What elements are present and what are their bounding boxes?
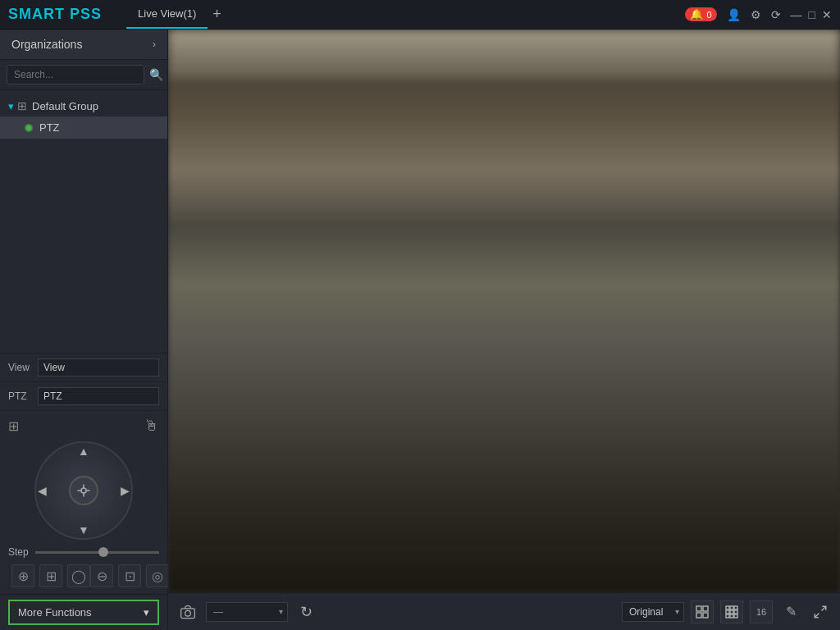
- app-title-pss: PSS: [65, 6, 102, 22]
- tree-expand-arrow: ▾: [8, 100, 14, 112]
- main-layout: Organizations › 🔍 ▾ ⊞ Default Group PTZ …: [0, 30, 840, 630]
- search-bar: 🔍: [0, 60, 167, 90]
- fullscreen-button[interactable]: [809, 600, 832, 623]
- bottom-toolbar: — ▾ ↻ Original HD SD ▾: [168, 592, 840, 630]
- stream-dropdown-wrap: — ▾: [206, 602, 288, 622]
- tab-live-view[interactable]: Live View(1): [126, 0, 208, 29]
- step-label: Step: [8, 546, 29, 558]
- edit-layout-button[interactable]: ✎: [779, 600, 802, 623]
- maximize-button[interactable]: □: [809, 8, 815, 21]
- svg-rect-18: [730, 614, 733, 618]
- tree-default-group[interactable]: ▾ ⊞ Default Group: [0, 95, 167, 116]
- device-tree: ▾ ⊞ Default Group PTZ: [0, 90, 167, 353]
- svg-rect-15: [730, 610, 733, 614]
- svg-rect-5: [181, 608, 195, 618]
- svg-line-20: [822, 606, 826, 610]
- zoom-out-group: ⊖ ⊡ ◎: [90, 564, 169, 587]
- close-button[interactable]: ✕: [822, 8, 832, 21]
- svg-rect-8: [703, 606, 708, 611]
- refresh-feed-button[interactable]: ↻: [294, 600, 317, 623]
- focus-far-icon[interactable]: ⊡: [118, 564, 141, 587]
- more-functions-bar: More Functions ▾: [0, 594, 167, 630]
- search-input[interactable]: [7, 65, 144, 84]
- snapshot-button[interactable]: [176, 600, 199, 623]
- svg-rect-11: [726, 606, 729, 609]
- alarm-bell-icon: 🔔: [690, 8, 703, 21]
- gear-icon[interactable]: ⚙: [751, 8, 761, 21]
- svg-rect-12: [730, 606, 733, 609]
- focus-icon[interactable]: ⊞: [39, 564, 62, 587]
- ptz-dropdown-wrap: PTZ: [38, 387, 159, 405]
- tree-camera-ptz[interactable]: PTZ: [0, 116, 167, 139]
- group-icon: ⊞: [17, 99, 27, 112]
- app-title-smart: SMART: [8, 6, 65, 22]
- zoom-icons-row: ⊕ ⊞ ◯ ⊖ ⊡ ◎: [8, 564, 159, 587]
- svg-rect-9: [696, 613, 701, 618]
- alarm-badge[interactable]: 🔔 0: [685, 7, 716, 21]
- ptz-area: ⊞ 🖱: [0, 411, 167, 594]
- organizations-label: Organizations: [11, 38, 82, 51]
- step-row: Step: [8, 546, 159, 558]
- svg-rect-13: [734, 606, 737, 609]
- group-label: Default Group: [32, 100, 98, 112]
- view-grid2-button[interactable]: [720, 600, 743, 623]
- zoom-out-icon[interactable]: ⊖: [90, 564, 113, 587]
- alarm-count: 0: [706, 10, 711, 20]
- app-title: SMART PSS: [8, 6, 102, 23]
- video-feed: [168, 30, 840, 592]
- view-label: View: [8, 362, 33, 373]
- svg-rect-10: [703, 613, 708, 618]
- organizations-header[interactable]: Organizations ›: [0, 30, 167, 60]
- svg-rect-14: [726, 610, 729, 614]
- view-dropdown[interactable]: View: [38, 358, 159, 377]
- svg-rect-7: [696, 606, 701, 611]
- ptz-left-button[interactable]: ◀: [38, 484, 47, 497]
- video-blur-overlay: [168, 30, 840, 592]
- more-functions-button[interactable]: More Functions ▾: [8, 600, 159, 625]
- sidebar: Organizations › 🔍 ▾ ⊞ Default Group PTZ …: [0, 30, 168, 630]
- ptz-pad: ▲ ▼ ◀ ▶: [34, 441, 133, 540]
- video-area: — ▾ ↻ Original HD SD ▾: [168, 30, 840, 630]
- tab-area: Live View(1) +: [126, 0, 221, 29]
- camera-label: PTZ: [39, 121, 60, 134]
- zoom-group: ⊕ ⊞ ◯: [11, 564, 90, 587]
- svg-line-21: [815, 613, 819, 617]
- quality-dropdown-wrap: Original HD SD ▾: [622, 602, 684, 622]
- view-row: View View: [0, 354, 167, 382]
- quality-dropdown[interactable]: Original HD SD: [622, 602, 684, 622]
- more-functions-label: More Functions: [18, 606, 92, 619]
- video-ceiling-lights: [168, 30, 840, 79]
- view-dropdown-wrap: View: [38, 358, 159, 377]
- svg-rect-19: [734, 614, 737, 618]
- title-right: 🔔 0 👤 ⚙ ⟳ — □ ✕: [685, 7, 832, 21]
- ptz-down-button[interactable]: ▼: [78, 523, 89, 536]
- user-icon[interactable]: 👤: [727, 8, 741, 21]
- sidebar-controls: View View PTZ PTZ ⊞: [0, 353, 167, 630]
- camera-status-dot: [25, 124, 33, 132]
- iris-close-icon[interactable]: ◎: [146, 564, 169, 587]
- ptz-center-button[interactable]: [69, 476, 98, 505]
- step-slider[interactable]: [35, 551, 159, 554]
- svg-point-0: [81, 488, 86, 493]
- svg-rect-17: [726, 614, 729, 618]
- view-16-button[interactable]: 16: [750, 600, 773, 623]
- search-icon[interactable]: 🔍: [149, 68, 163, 81]
- minimize-button[interactable]: —: [791, 8, 802, 21]
- stream-dropdown[interactable]: —: [206, 602, 288, 622]
- ptz-dropdown[interactable]: PTZ: [38, 387, 159, 405]
- tab-add-button[interactable]: +: [212, 6, 221, 23]
- ptz-mouse-icon[interactable]: 🖱: [144, 418, 159, 435]
- ptz-icons-row: ⊞ 🖱: [8, 418, 159, 435]
- refresh-icon[interactable]: ⟳: [771, 8, 781, 21]
- view-grid1-button[interactable]: [691, 600, 714, 623]
- iris-open-icon[interactable]: ◯: [67, 564, 90, 587]
- ptz-label: PTZ: [8, 390, 33, 402]
- tab-live-view-label: Live View(1): [138, 7, 196, 20]
- org-chevron-icon: ›: [153, 39, 156, 50]
- zoom-in-icon[interactable]: ⊕: [11, 564, 34, 587]
- ptz-grid-icon[interactable]: ⊞: [8, 418, 19, 434]
- svg-rect-16: [734, 610, 737, 614]
- ptz-right-button[interactable]: ▶: [121, 484, 130, 497]
- ptz-up-button[interactable]: ▲: [78, 445, 89, 458]
- ptz-row: PTZ PTZ: [0, 382, 167, 411]
